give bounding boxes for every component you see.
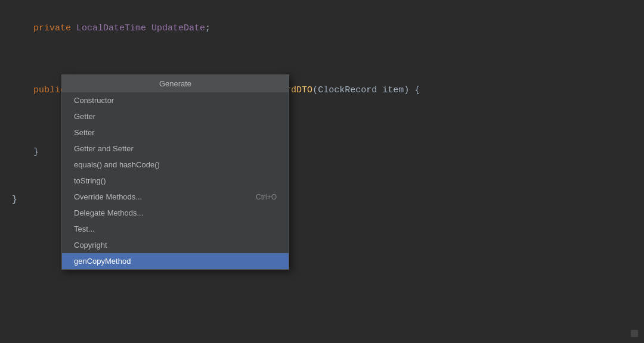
menu-item-copyright[interactable]: Copyright bbox=[62, 237, 289, 253]
scrollbar-hint bbox=[631, 330, 638, 337]
menu-item-override-methods[interactable]: Override Methods... Ctrl+O bbox=[62, 189, 289, 205]
menu-item-delegate-methods[interactable]: Delegate Methods... bbox=[62, 205, 289, 221]
context-menu: Generate Constructor Getter Setter Gette… bbox=[61, 74, 289, 270]
code-line-1: private LocalDateTime UpdateDate; bbox=[0, 6, 644, 51]
menu-item-setter[interactable]: Setter bbox=[62, 124, 289, 141]
menu-item-equals-hashcode[interactable]: equals() and hashCode() bbox=[62, 157, 289, 173]
menu-item-test[interactable]: Test... bbox=[62, 221, 289, 237]
menu-item-gencopymethod[interactable]: genCopyMethod bbox=[62, 253, 289, 269]
shortcut-override: Ctrl+O bbox=[256, 193, 277, 201]
menu-item-constructor[interactable]: Constructor bbox=[62, 92, 289, 108]
context-menu-header: Generate bbox=[62, 75, 289, 92]
field-updatedate: UpdateDate bbox=[151, 23, 205, 33]
code-line-blank1 bbox=[0, 51, 644, 68]
type-localdatetime: LocalDateTime bbox=[76, 23, 151, 33]
menu-item-tostring[interactable]: toString() bbox=[62, 173, 289, 189]
code-editor: private LocalDateTime UpdateDate; public… bbox=[0, 0, 644, 343]
keyword-private: private bbox=[33, 23, 76, 33]
menu-item-getter-setter[interactable]: Getter and Setter bbox=[62, 141, 289, 157]
menu-item-getter[interactable]: Getter bbox=[62, 108, 289, 124]
param-type: ClockRecord bbox=[318, 85, 377, 95]
